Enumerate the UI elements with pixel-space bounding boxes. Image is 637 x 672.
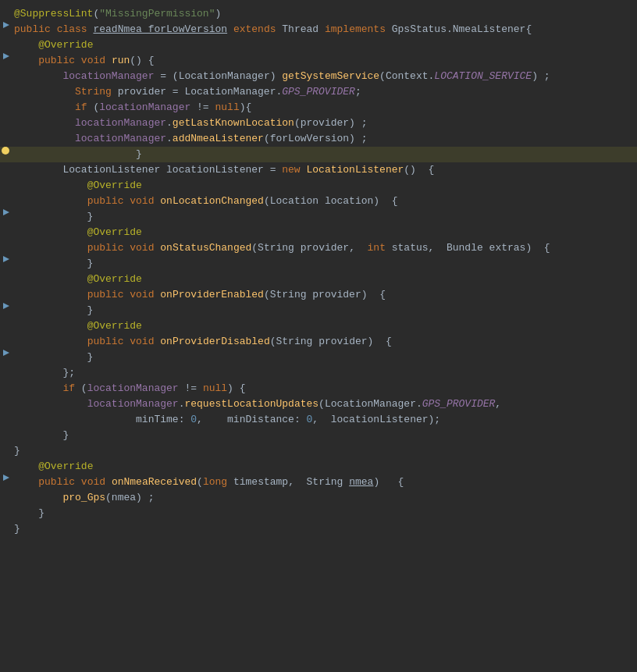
annotation-token: @Override — [38, 460, 93, 472]
line-content-21: @Override — [11, 318, 637, 334]
number-token: 0 — [307, 414, 313, 425]
gutter-arrow-icon — [3, 22, 9, 28]
text-token: readNmea_forLowVersion — [87, 23, 233, 35]
gutter-arrow-icon — [3, 303, 9, 309]
code-line: public void onProviderDisabled(String pr… — [0, 334, 637, 350]
lightbulb-icon[interactable] — [2, 147, 9, 155]
code-line: locationManager.getLastKnownLocation(pro… — [0, 116, 637, 131]
line-content-22: public void onProviderDisabled(String pr… — [11, 334, 637, 350]
code-line: @Override — [0, 225, 637, 240]
code-line: @Override — [0, 318, 637, 334]
gutter-23 — [0, 350, 11, 356]
keyword-token: public — [38, 476, 75, 488]
keyword-token: implements — [325, 23, 386, 35]
code-line: } — [0, 209, 637, 225]
line-content-11: LocationListener locationListener = new … — [11, 162, 637, 178]
field-token: locationManager — [87, 398, 179, 410]
code-line: LocationListener locationListener = new … — [0, 162, 637, 178]
code-line: } — [0, 428, 637, 443]
number-token: 0 — [190, 414, 197, 425]
code-line: @Override — [0, 178, 637, 194]
line-content-9: locationManager.addNmeaListener(forLowVe… — [11, 131, 637, 147]
annotation-token: @Override — [87, 273, 142, 285]
keyword-token: void — [130, 336, 154, 347]
line-content-31: public void onNmeaReceived(long timestam… — [11, 475, 637, 490]
line-content-19: public void onProviderEnabled(String pro… — [11, 287, 637, 303]
method-token: requestLocationUpdates — [184, 398, 318, 410]
static-field-token: GPS_PROVIDER — [282, 86, 355, 98]
method-token: getSystemService — [282, 70, 379, 82]
field-token: locationManager — [75, 117, 166, 129]
gutter-arrow-icon — [3, 350, 9, 356]
keyword-token: void — [81, 55, 105, 66]
text-token: ) — [215, 8, 221, 20]
field-token: locationManager — [62, 70, 154, 82]
gutter-20 — [0, 303, 11, 309]
field-token: locationManager — [99, 101, 190, 113]
line-content-29: } — [11, 443, 637, 459]
code-line: public void onNmeaReceived(long timestam… — [0, 475, 637, 490]
gutter-4 — [0, 53, 11, 59]
code-line: } — [0, 506, 637, 521]
field-token: locationManager — [87, 382, 179, 394]
line-content-12: @Override — [11, 178, 637, 194]
code-editor: @SuppressLint("MissingPermission") publi… — [0, 0, 637, 543]
keyword-token: void — [130, 195, 154, 207]
line-content-6: String provider = LocationManager.GPS_PR… — [11, 84, 637, 100]
keyword-token: if — [75, 101, 87, 113]
gutter-arrow-icon — [3, 209, 9, 215]
code-line: public void onProviderEnabled(String pro… — [0, 287, 637, 303]
line-content-20: } — [11, 303, 637, 318]
line-content-15: @Override — [11, 225, 637, 240]
line-content-32: pro_Gps(nmea) ; — [11, 490, 637, 506]
code-line: locationManager.requestLocationUpdates(L… — [0, 396, 637, 412]
keyword-token: public — [14, 23, 51, 35]
keyword-token: public — [87, 195, 124, 207]
method-token: onProviderEnabled — [160, 289, 264, 300]
method-token: pro_Gps — [62, 492, 105, 503]
annotation-token: @Override — [38, 39, 93, 51]
gutter-arrow-icon — [3, 475, 9, 481]
keyword-token: void — [130, 289, 154, 300]
line-content-24: }; — [11, 365, 637, 381]
keyword-token: if — [62, 382, 75, 394]
annotation-token: @Override — [87, 180, 142, 191]
keyword-token: String — [75, 86, 112, 98]
text-token — [51, 23, 57, 35]
keyword-token: public — [87, 242, 124, 254]
code-line: pro_Gps(nmea) ; — [0, 490, 637, 506]
line-content-33: } — [11, 506, 637, 521]
method-token: run — [112, 55, 130, 66]
method-token: onLocationChanged — [160, 195, 264, 207]
line-content-27: minTime: 0, minDistance: 0, locationList… — [11, 412, 637, 428]
line-content-16: public void onStatusChanged(String provi… — [11, 240, 637, 256]
static-field-token: GPS_PROVIDER — [422, 398, 496, 410]
code-line: locationManager = (LocationManager) getS… — [0, 69, 637, 84]
line-content-3: @Override — [11, 37, 637, 53]
text-token: Thread — [276, 23, 325, 35]
line-content-7: if (locationManager != null){ — [11, 100, 637, 116]
code-line: } — [0, 350, 637, 365]
keyword-token: long — [203, 476, 227, 488]
code-line: } — [0, 256, 637, 272]
code-line: public class readNmea_forLowVersion exte… — [0, 22, 637, 37]
keyword-token: null — [203, 382, 227, 394]
annotation-token: @Override — [87, 320, 142, 332]
line-content-26: locationManager.requestLocationUpdates(L… — [11, 396, 637, 412]
code-line: } — [0, 521, 637, 537]
line-content-34: } — [11, 521, 637, 537]
keyword-token: public — [87, 336, 124, 347]
line-content-2: public class readNmea_forLowVersion exte… — [11, 22, 637, 37]
line-content-17: } — [11, 256, 637, 272]
keyword-token: void — [130, 242, 154, 254]
code-line: } — [0, 303, 637, 318]
code-line: locationManager.addNmeaListener(forLowVe… — [0, 131, 637, 147]
method-token: getLastKnownLocation — [173, 117, 294, 129]
code-line: public void onStatusChanged(String provi… — [0, 240, 637, 256]
keyword-token: class — [57, 23, 87, 35]
code-line-highlighted: } — [0, 147, 637, 162]
line-content-28: } — [11, 428, 637, 443]
annotation-token: @Override — [87, 226, 142, 238]
keyword-token: extends — [233, 23, 276, 35]
code-line: @SuppressLint("MissingPermission") — [0, 6, 637, 22]
